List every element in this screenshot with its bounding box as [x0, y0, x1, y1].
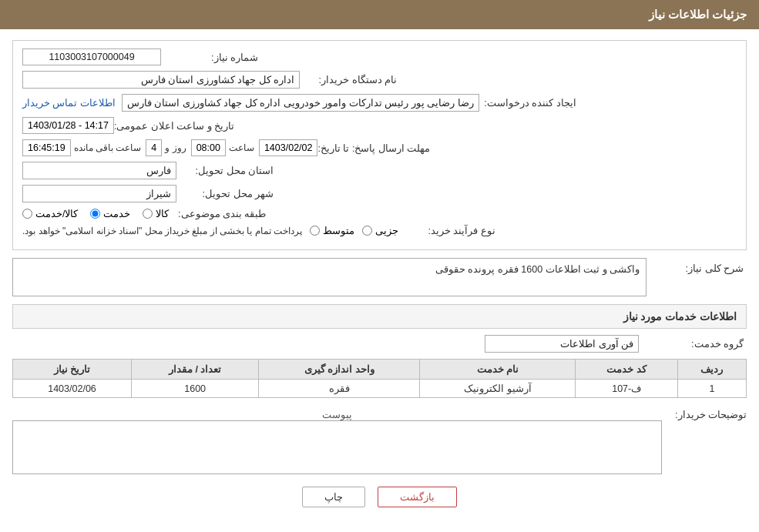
back-button[interactable]: بازگشت	[378, 487, 457, 507]
category-goods[interactable]: کالا	[143, 208, 169, 219]
col-service-code: کد خدمت	[576, 360, 678, 380]
need-number-value: 1103003107000049	[22, 49, 161, 65]
process-label: نوع فرآیند خرید:	[398, 225, 499, 236]
announcement-row: تاریخ و ساعت اعلان عمومی: 1403/01/28 - 1…	[22, 117, 737, 134]
need-number-label: شماره نیاز:	[161, 52, 261, 63]
buyer-org-value: اداره کل جهاد کشاورزی استان فارس	[22, 71, 300, 89]
need-desc-box: واکشی و ثبت اطلاعات 1600 فقره پرونده حقو…	[12, 258, 646, 296]
need-desc-value: واکشی و ثبت اطلاعات 1600 فقره پرونده حقو…	[12, 258, 646, 296]
category-service[interactable]: خدمت	[90, 208, 130, 219]
notes-box	[12, 420, 662, 474]
process-partial[interactable]: جزیی	[362, 225, 398, 236]
main-info-section: شماره نیاز: 1103003107000049 نام دستگاه …	[12, 40, 747, 250]
buyer-notes-label: توضیحات خریدار:	[670, 406, 747, 420]
buyer-org-row: نام دستگاه خریدار: اداره کل جهاد کشاورزی…	[22, 71, 737, 89]
process-options: جزیی متوسط پرداخت تمام یا بخشی از مبلغ خ…	[22, 225, 398, 236]
deadline-row: مهلت ارسال پاسخ: تا تاریخ: 1403/02/02 سا…	[22, 139, 737, 156]
process-row: نوع فرآیند خرید: جزیی متوسط پرداخت تمام …	[22, 225, 737, 236]
page-header: جزئیات اطلاعات نیاز	[0, 0, 759, 29]
announcement-value: 1403/01/28 - 14:17	[22, 117, 114, 134]
city-value: شیراز	[22, 185, 176, 202]
deadline-label: مهلت ارسال پاسخ: تا تاریخ:	[317, 142, 433, 154]
time-remaining-label: ساعت باقی مانده	[74, 142, 142, 153]
need-number-row: شماره نیاز: 1103003107000049	[22, 49, 737, 65]
page-title: جزئیات اطلاعات نیاز	[649, 8, 747, 21]
category-goods-service[interactable]: کالا/خدمت	[22, 208, 78, 219]
buyer-org-label: نام دستگاه خریدار:	[300, 74, 400, 85]
col-unit: واحد اندازه گیری	[259, 360, 420, 380]
cell-service-code: ف-107	[576, 380, 678, 398]
city-row: شهر محل تحویل: شیراز	[22, 185, 737, 202]
table-header-row: ردیف کد خدمت نام خدمت واحد اندازه گیری ت…	[13, 360, 747, 380]
col-row-num: ردیف	[677, 360, 746, 380]
province-row: استان محل تحویل: فارس	[22, 162, 737, 179]
deadline-date: 1403/02/02	[259, 139, 318, 156]
services-table: ردیف کد خدمت نام خدمت واحد اندازه گیری ت…	[12, 359, 747, 398]
cell-need-date: 1403/02/06	[13, 380, 132, 398]
category-row: طبقه بندی موضوعی: کالا خدمت کالا/خدمت	[22, 208, 737, 219]
process-note: پرداخت تمام یا بخشی از مبلغ خریداز محل "…	[22, 226, 302, 236]
province-label: استان محل تحویل:	[176, 165, 277, 176]
deadline-time: 08:00	[191, 139, 226, 156]
notes-content: پیوست	[12, 406, 662, 474]
col-quantity: تعداد / مقدار	[132, 360, 259, 380]
category-radio-group: کالا خدمت کالا/خدمت	[22, 208, 169, 219]
col-need-date: تاریخ نیاز	[13, 360, 132, 380]
cell-quantity: 1600	[132, 380, 259, 398]
creator-label: ایجاد کننده درخواست:	[479, 97, 579, 109]
cell-service-name: آرشیو الکترونیک	[420, 380, 576, 398]
services-section-title: اطلاعات خدمات مورد نیاز	[12, 304, 747, 329]
province-value: فارس	[22, 162, 176, 179]
creator-value: رضا رضایی پور رئیس تدارکات وامور خودرویی…	[122, 94, 479, 112]
time-remaining-value: 16:45:19	[22, 139, 71, 156]
buyer-notes-section: توضیحات خریدار: پیوست	[12, 406, 747, 474]
service-group-label: گروه خدمت:	[646, 338, 747, 350]
attachment-label: پیوست	[12, 409, 662, 420]
need-desc-section: شرح کلی نیاز: واکشی و ثبت اطلاعات 1600 ف…	[12, 258, 747, 296]
creator-contact-link[interactable]: اطلاعات تماس خریدار	[22, 97, 116, 109]
service-group-value: فن آوری اطلاعات	[485, 335, 639, 353]
cell-row-num: 1	[677, 380, 746, 398]
col-service-name: نام خدمت	[420, 360, 576, 380]
process-medium[interactable]: متوسط	[310, 225, 354, 236]
deadline-time-label: ساعت	[229, 142, 254, 153]
announcement-label: تاریخ و ساعت اعلان عمومی:	[114, 120, 237, 132]
category-label: طبقه بندی موضوعی:	[169, 208, 269, 219]
service-group-row: گروه خدمت: فن آوری اطلاعات	[12, 335, 747, 353]
deadline-days: 4	[146, 139, 162, 156]
table-row: 1 ف-107 آرشیو الکترونیک فقره 1600 1403/0…	[13, 380, 747, 398]
creator-row: ایجاد کننده درخواست: رضا رضایی پور رئیس …	[22, 94, 737, 112]
need-desc-label: شرح کلی نیاز:	[654, 258, 747, 274]
print-button[interactable]: چاپ	[302, 487, 365, 507]
buttons-row: بازگشت چاپ	[12, 487, 747, 507]
city-label: شهر محل تحویل:	[176, 188, 277, 199]
cell-unit: فقره	[259, 380, 420, 398]
deadline-days-label: روز و	[165, 142, 186, 153]
